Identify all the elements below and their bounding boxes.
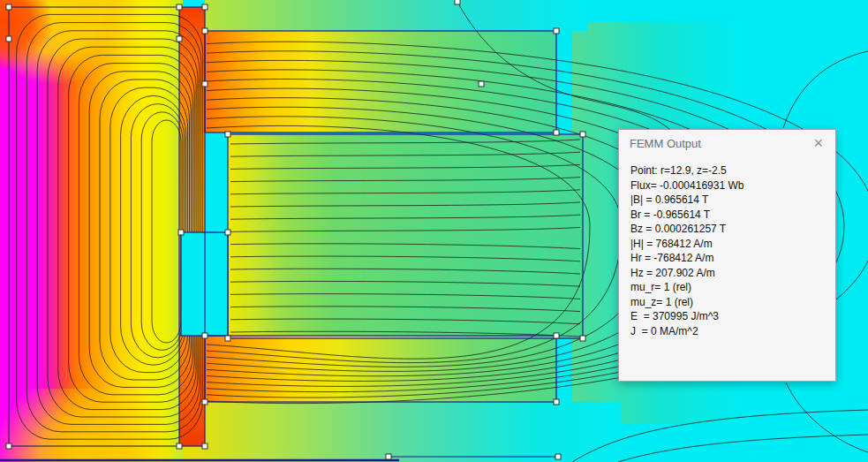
- node-handle[interactable]: [554, 333, 559, 338]
- node-handle[interactable]: [202, 28, 208, 34]
- femm-output-window: FEMM Output × Point: r=12.9, z=-2.5 Flux…: [618, 129, 836, 382]
- node-handle[interactable]: [225, 230, 230, 235]
- output-line-hmag: |H| = 768412 A/m: [630, 237, 835, 252]
- output-line-muz: mu_z= 1 (rel): [630, 295, 835, 310]
- node-handle[interactable]: [178, 230, 184, 235]
- node-handle[interactable]: [6, 443, 11, 449]
- output-line-bmag: |B| = 0.965614 T: [630, 193, 835, 208]
- field-region-bottom-strip: [179, 402, 621, 462]
- close-icon[interactable]: ×: [808, 135, 828, 151]
- output-line-hr: Hr = -768412 A/m: [630, 251, 835, 266]
- node-handle[interactable]: [6, 36, 11, 42]
- node-handle[interactable]: [177, 4, 182, 10]
- window-title: FEMM Output: [630, 137, 808, 150]
- output-line-hz: Hz = 207.902 A/m: [630, 266, 835, 281]
- output-line-br: Br = -0.965614 T: [630, 208, 835, 223]
- node-handle[interactable]: [455, 0, 460, 4]
- node-handle[interactable]: [6, 4, 11, 10]
- node-handle[interactable]: [202, 443, 208, 449]
- node-handle[interactable]: [386, 454, 391, 459]
- node-handle[interactable]: [554, 130, 559, 135]
- femm-canvas[interactable]: FEMM Output × Point: r=12.9, z=-2.5 Flux…: [0, 0, 868, 462]
- node-handle[interactable]: [202, 4, 208, 10]
- node-handle[interactable]: [580, 132, 585, 137]
- node-handle[interactable]: [225, 336, 230, 341]
- output-values: Point: r=12.9, z=-2.5 Flux= -0.000416931…: [619, 156, 835, 338]
- field-region-bottom-bar: [205, 336, 556, 402]
- field-hotspot-bottomleft-yellow: [0, 389, 185, 462]
- output-line-mur: mu_r= 1 (rel): [630, 280, 835, 295]
- output-line-flux: Flux= -0.000416931 Wb: [630, 178, 835, 193]
- node-handle[interactable]: [580, 336, 585, 341]
- node-handle[interactable]: [177, 36, 182, 42]
- node-handle[interactable]: [202, 399, 208, 405]
- output-line-bz: Bz = 0.000261257 T: [630, 222, 835, 237]
- node-handle[interactable]: [177, 443, 182, 449]
- output-window-titlebar[interactable]: FEMM Output ×: [619, 130, 835, 156]
- node-handle[interactable]: [554, 399, 559, 405]
- node-handle[interactable]: [555, 454, 561, 459]
- node-handle[interactable]: [554, 28, 559, 34]
- output-line-point: Point: r=12.9, z=-2.5: [630, 163, 835, 178]
- field-region-core: [228, 134, 583, 338]
- output-line-energy: E = 370995 J/m^3: [630, 309, 835, 324]
- field-region-top-strip: [205, 0, 587, 31]
- node-handle[interactable]: [202, 333, 208, 338]
- node-handle[interactable]: [479, 81, 484, 87]
- output-line-current: J = 0 MA/m^2: [630, 324, 835, 339]
- node-handle[interactable]: [225, 132, 230, 137]
- node-handle[interactable]: [202, 81, 208, 87]
